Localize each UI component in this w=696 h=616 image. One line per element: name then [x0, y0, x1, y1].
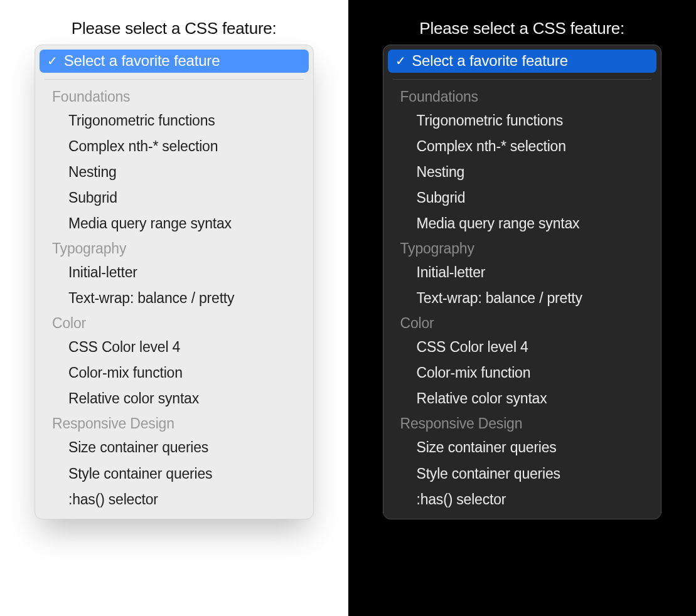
select-option[interactable]: Trigonometric functions [388, 108, 657, 134]
select-option[interactable]: Color-mix function [388, 360, 657, 386]
selected-option-row[interactable]: ✓ Select a favorite feature [40, 50, 309, 73]
prompt-label: Please select a CSS feature: [72, 19, 277, 38]
option-group-label: Color [388, 311, 657, 334]
option-groups: FoundationsTrigonometric functionsComple… [40, 85, 309, 512]
select-option[interactable]: Media query range syntax [388, 211, 657, 236]
select-option[interactable]: Style container queries [40, 461, 309, 487]
dark-mode-pane: Please select a CSS feature: ✓ Select a … [348, 0, 697, 616]
select-option[interactable]: Nesting [388, 159, 657, 185]
option-group-label: Foundations [388, 85, 657, 108]
select-option[interactable]: :has() selector [388, 487, 657, 512]
select-option[interactable]: Trigonometric functions [40, 108, 309, 134]
select-option[interactable]: CSS Color level 4 [388, 334, 657, 360]
option-group-label: Color [40, 311, 309, 334]
divider [393, 79, 652, 80]
select-option[interactable]: Nesting [40, 159, 309, 185]
select-option[interactable]: Relative color syntax [40, 386, 309, 412]
option-group-label: Foundations [40, 85, 309, 108]
select-dropdown-popover[interactable]: ✓ Select a favorite feature FoundationsT… [383, 45, 662, 519]
select-option[interactable]: CSS Color level 4 [40, 334, 309, 360]
select-option[interactable]: :has() selector [40, 487, 309, 512]
select-option[interactable]: Complex nth-* selection [40, 134, 309, 159]
select-dropdown-popover[interactable]: ✓ Select a favorite feature FoundationsT… [35, 45, 314, 519]
selected-option-label: Select a favorite feature [412, 52, 567, 70]
option-group-label: Responsive Design [40, 412, 309, 435]
select-option[interactable]: Complex nth-* selection [388, 134, 657, 159]
checkmark-icon: ✓ [395, 55, 406, 67]
prompt-label: Please select a CSS feature: [419, 19, 624, 38]
select-option[interactable]: Relative color syntax [388, 386, 657, 412]
divider [45, 79, 304, 80]
selected-option-label: Select a favorite feature [64, 52, 220, 70]
light-mode-pane: Please select a CSS feature: ✓ Select a … [0, 0, 348, 616]
select-option[interactable]: Style container queries [388, 461, 657, 487]
select-option[interactable]: Color-mix function [40, 360, 309, 386]
select-option[interactable]: Subgrid [40, 185, 309, 211]
checkmark-icon: ✓ [47, 55, 58, 67]
selected-option-row[interactable]: ✓ Select a favorite feature [388, 50, 657, 73]
option-group-label: Typography [388, 236, 657, 260]
select-option[interactable]: Text-wrap: balance / pretty [388, 285, 657, 311]
option-group-label: Typography [40, 236, 309, 260]
select-option[interactable]: Size container queries [388, 435, 657, 460]
select-option[interactable]: Media query range syntax [40, 211, 309, 236]
option-groups: FoundationsTrigonometric functionsComple… [388, 85, 657, 512]
select-option[interactable]: Initial-letter [40, 260, 309, 285]
option-group-label: Responsive Design [388, 412, 657, 435]
select-option[interactable]: Text-wrap: balance / pretty [40, 285, 309, 311]
select-option[interactable]: Size container queries [40, 435, 309, 460]
select-option[interactable]: Initial-letter [388, 260, 657, 285]
select-option[interactable]: Subgrid [388, 185, 657, 211]
